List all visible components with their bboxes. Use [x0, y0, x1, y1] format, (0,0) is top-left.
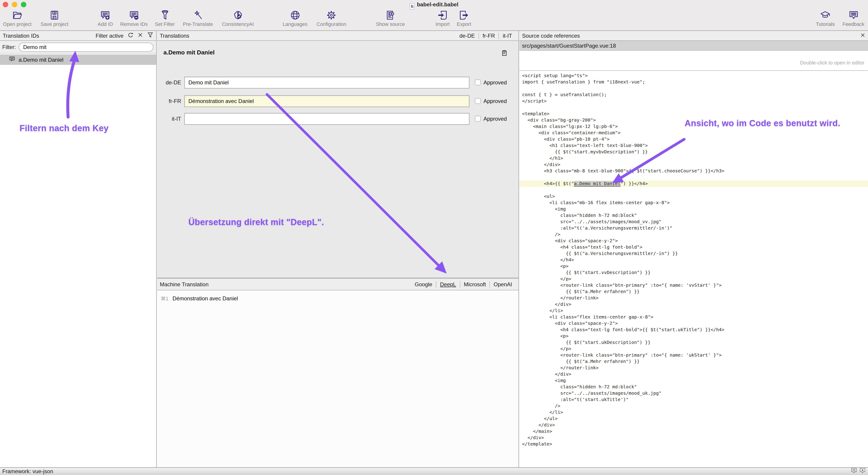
toolbar-label: Import [436, 21, 450, 27]
toolbar-button-languages[interactable]: Languages [283, 9, 308, 27]
toolbar-button-configuration[interactable]: Configuration [317, 9, 346, 27]
toolbar-label: Save project [41, 21, 68, 27]
language-tab-fr-fr[interactable]: fr-FR [478, 32, 499, 39]
toolbar-button-export[interactable]: Export [457, 9, 471, 27]
filter-funnel-icon[interactable] [147, 32, 153, 39]
approved-checkbox-fr-FR[interactable] [475, 98, 481, 104]
notes-icon[interactable] [501, 49, 507, 58]
toolbar-button-pre-translate[interactable]: Pre-Translate [183, 9, 213, 27]
provider-tab-deepl[interactable]: DeepL [436, 281, 460, 287]
clear-filter-icon[interactable] [137, 32, 143, 39]
code-line: <h4 class="text-lg font-bold">{{ $t("sta… [522, 327, 868, 333]
feedback-icon [848, 9, 859, 21]
toolbar-button-save-project[interactable]: Save project [41, 9, 68, 27]
toolbar-button-show-source[interactable]: Show source [376, 9, 405, 27]
highlighted-code-line: <h4>{{ $t("a.Demo mit Daniel") }}</h4> [519, 180, 868, 187]
code-line: <h1 class="text-left text-blue-900"> [522, 142, 868, 149]
toolbar-label: Export [457, 21, 471, 27]
export-icon [458, 9, 470, 21]
translation-input-fr-FR[interactable] [184, 95, 469, 107]
titlebar-toolbar: bbabel-edit.babel Open projectSave proje… [0, 0, 868, 31]
annotation-code-text: Ansicht, wo im Code es benutzt wird. [685, 118, 840, 128]
approved-checkbox-it-IT[interactable] [475, 116, 481, 122]
code-line: </h4> [522, 257, 868, 263]
toolbar-button-tutorials[interactable]: Tutorials [816, 9, 835, 27]
window-title: bbabel-edit.babel [0, 1, 868, 9]
status-star-bubble-icon[interactable] [859, 468, 866, 475]
window-title-text: babel-edit.babel [417, 1, 459, 8]
provider-tab-google[interactable]: Google [411, 281, 436, 287]
translation-id-label: a.Demo mit Daniel [19, 57, 63, 63]
translation-input-it-IT[interactable] [184, 113, 469, 125]
translation-row-it-IT: it-ITApproved [157, 113, 519, 125]
consistency-ai-icon [232, 9, 244, 21]
code-line: </p> [522, 346, 868, 352]
annotation-deepl-text: Übersetzung direkt mit "DeepL". [188, 217, 324, 227]
code-line: {{ $t("a.Mehr erfahren") }} [522, 359, 868, 365]
toolbar-button-import[interactable]: Import [436, 9, 450, 27]
provider-tab-openai[interactable]: OpenAI [490, 281, 516, 287]
languages-icon [289, 9, 301, 21]
annotation-filter-text: Filtern nach dem Key [20, 124, 108, 133]
code-line: <div class="container-medium"> [522, 130, 868, 136]
language-tab-de-de[interactable]: de-DE [456, 32, 478, 39]
entry-key-heading: a.Demo mit Daniel [163, 49, 215, 56]
filter-input[interactable] [19, 43, 153, 52]
code-line: <img [522, 377, 868, 384]
code-line [522, 85, 868, 92]
translation-ids-panel: Translation IDs Filter active Filter: a.… [0, 31, 157, 467]
language-label-de-DE: de-DE [157, 77, 181, 89]
toolbar-button-set-filter[interactable]: Set Filter [155, 9, 175, 27]
code-line: <template> [522, 111, 868, 117]
translations-panel: Translations de-DEfr-FRit-IT a.Demo mit … [157, 31, 519, 467]
code-line: const { t } = useTranslation(); [522, 92, 868, 98]
set-filter-icon [159, 9, 170, 21]
toolbar-label: Configuration [317, 21, 346, 27]
source-code-header: Source code references [519, 31, 868, 41]
toolbar-button-add-id[interactable]: Add ID [98, 9, 113, 27]
source-code-panel: Source code references src/pages/start/G… [519, 31, 868, 467]
code-line: {{ $t("start.myvbvDescription") }} [522, 149, 868, 155]
provider-tab-microsoft[interactable]: Microsoft [460, 281, 489, 287]
refresh-icon[interactable] [128, 32, 133, 39]
source-file-reference[interactable]: src/pages/start/GuestStartPage.vue:18 [519, 41, 868, 51]
code-line: <div class="space-y-2"> [522, 238, 868, 244]
approved-checkbox-de-DE[interactable] [475, 79, 481, 85]
panel-title-source-code: Source code references [522, 32, 580, 39]
toolbar-label: ConsistencyAI [222, 21, 254, 27]
source-code-view[interactable]: <script setup lang="ts">import { useTran… [519, 71, 868, 467]
translation-id-item[interactable]: a.Demo mit Daniel [0, 55, 156, 65]
close-panel-icon[interactable] [860, 32, 865, 39]
translation-ids-header: Translation IDs Filter active [0, 31, 156, 41]
mt-suggestion[interactable]: ⌘1 Démonstration avec Daniel [157, 295, 519, 303]
import-icon [437, 9, 448, 21]
code-line: </router-link> [522, 365, 868, 371]
panel-title-machine-translation: Machine Translation [160, 281, 209, 287]
panel-title-translations: Translations [160, 32, 189, 39]
toolbar-label: Feedback [843, 21, 865, 27]
code-line: <li class="mb-16 flex items-center gap-x… [522, 200, 868, 206]
code-line: <p> [522, 263, 868, 270]
translations-header: Translations de-DEfr-FRit-IT [157, 31, 519, 41]
filter-active-label: Filter active [96, 32, 123, 39]
mt-shortcut-label: ⌘1 [161, 296, 171, 302]
status-translation-bubble-icon[interactable] [851, 468, 857, 475]
toolbar-button-feedback[interactable]: Feedback [843, 9, 865, 27]
mt-suggestion-text: Démonstration avec Daniel [173, 295, 238, 302]
panel-title-translation-ids: Translation IDs [3, 32, 39, 39]
toolbar: Open projectSave projectAdd IDRemove IDs… [0, 9, 868, 30]
code-line: </h1> [522, 155, 868, 162]
code-line: {{ $t("a.Mehr erfahren") }} [522, 289, 868, 295]
translation-id-list: a.Demo mit Daniel [0, 54, 156, 467]
code-line: import { useTranslation } from "i18next-… [522, 79, 868, 85]
code-line: </script> [522, 98, 868, 104]
toolbar-button-remove-ids[interactable]: Remove IDs [120, 9, 148, 27]
status-bar: Framework: vue-json [0, 467, 868, 475]
tutorials-icon [820, 9, 831, 21]
code-line: <script setup lang="ts"> [522, 73, 868, 79]
toolbar-button-open-project[interactable]: Open project [3, 9, 32, 27]
language-tab-it-it[interactable]: it-IT [499, 32, 516, 39]
language-label-fr-FR: fr-FR [157, 95, 181, 107]
translation-input-de-DE[interactable] [184, 77, 469, 89]
toolbar-button-consistencyai[interactable]: ConsistencyAI [222, 9, 254, 27]
